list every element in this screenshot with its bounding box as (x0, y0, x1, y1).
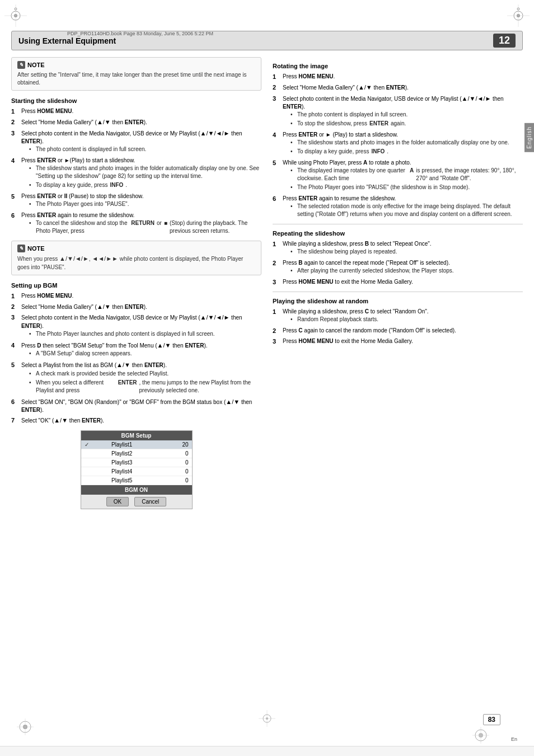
playlist-name-3: Playlist3 (108, 458, 175, 467)
playlist-row-4: Playlist4 0 (81, 467, 192, 476)
bgm-buttons: OK Cancel (81, 495, 192, 509)
note-icon-1: ✎ (17, 61, 25, 69)
corner-decoration-tl (4, 4, 27, 28)
file-info: PDP_PRO1140HD.book Page 83 Monday, June … (67, 31, 213, 36)
bgm-cancel-button[interactable]: Cancel (134, 497, 166, 506)
page-title: Using External Equipment (18, 36, 116, 45)
rot-step-5: 5 While using Photo Player, press A to r… (273, 159, 523, 192)
playlist-count-1: 20 (175, 440, 192, 449)
playlist-count-5: 0 (175, 476, 192, 485)
note-text-2: When you press ▲/▼/◄/►, ◄◄/►► while phot… (17, 255, 255, 271)
bullet: A "BGM Setup" dialog screen appears. (29, 350, 261, 358)
note-icon-2: ✎ (17, 245, 25, 252)
bottom-strip (0, 746, 534, 756)
step-4: 4 Press ENTER or ►(Play) to start a slid… (11, 157, 261, 190)
note-box-1: ✎ NOTE After setting the "Interval" time… (11, 57, 261, 91)
playlist-count-2: 0 (175, 449, 192, 458)
bullet: To cancel the slideshow and stop the Pho… (29, 219, 261, 235)
bgm-step-3: 3 Select photo content in the Media Navi… (11, 313, 261, 339)
rand-step-2: 2 Press C again to cancel the random mod… (273, 327, 523, 335)
playlist-check-2 (81, 449, 109, 458)
bullet: The slideshow starts and photo images in… (29, 165, 261, 180)
repeating-steps: 1 While playing a slideshow, press B to … (273, 240, 523, 287)
language-label: English (524, 123, 534, 152)
divider-1 (273, 224, 523, 224)
bullet: The Photo Player goes into "PAUSE" (the … (291, 184, 523, 191)
bottom-center-decoration (259, 710, 275, 728)
playlist-check-4 (81, 467, 109, 476)
bgm-steps: 1 Press HOME MENU. 2 Select "Home Media … (11, 292, 261, 425)
rep-step-1: 1 While playing a slideshow, press B to … (273, 240, 523, 257)
bgm-status-row: BGM ON (81, 485, 192, 495)
bgm-playlist-table: ✓ Playlist1 20 Playlist2 0 Playlist3 0 P… (81, 440, 192, 485)
right-column: Rotating the image 1 Press HOME MENU. 2 … (273, 57, 523, 515)
page-number-sub: En (511, 736, 517, 742)
rot-step-3: 3 Select photo content in the Media Navi… (273, 95, 523, 129)
bgm-step-2: 2 Select "Home Media Gallery" (▲/▼ then … (11, 303, 261, 311)
bgm-dialog: BGM Setup ✓ Playlist1 20 Playlist2 0 Pla… (81, 430, 193, 509)
bullet: A check mark is provided beside the sele… (29, 370, 261, 378)
playlist-name-2: Playlist2 (108, 449, 175, 458)
chapter-number: 12 (493, 34, 516, 48)
rot-step-4: 4 Press ENTER or ► (Play) to start a sli… (273, 131, 523, 157)
playlist-count-3: 0 (175, 458, 192, 467)
random-steps: 1 While playing a slideshow, press C to … (273, 308, 523, 346)
bgm-step-4: 4 Press D then select "BGM Setup" from t… (11, 341, 261, 359)
playlist-check-3 (81, 458, 109, 467)
bgm-heading: Setting up BGM (11, 282, 261, 289)
bgm-step-6: 6 Select "BGM ON", "BGM ON (Random)" or … (11, 398, 261, 414)
bullet: To display a key guide, press INFO. (29, 181, 261, 189)
step-1: 1 Press HOME MENU. (11, 107, 261, 116)
bgm-step-7: 7 Select "OK" (▲/▼ then ENTER). (11, 416, 261, 425)
playlist-row-2: Playlist2 0 (81, 449, 192, 458)
note-title-2: ✎ NOTE (17, 245, 255, 252)
bullet: The photo content is displayed in full s… (291, 111, 523, 119)
slideshow-heading: Starting the slideshow (11, 97, 261, 104)
playlist-row-3: Playlist3 0 (81, 458, 192, 467)
bgm-dialog-title: BGM Setup (81, 431, 192, 440)
playlist-check-5 (81, 476, 109, 485)
step-6: 6 Press ENTER again to resume the slides… (11, 212, 261, 236)
bullet: The slideshow starts and photo images in… (291, 139, 523, 147)
bullet: When you select a different Playlist and… (29, 379, 261, 395)
playlist-name-4: Playlist4 (108, 467, 175, 476)
playlist-name-1: Playlist1 (108, 440, 175, 449)
rand-step-1: 1 While playing a slideshow, press C to … (273, 308, 523, 325)
slideshow-steps: 1 Press HOME MENU. 2 Select "Home Media … (11, 107, 261, 236)
bullet: To stop the slideshow, press ENTER again… (291, 120, 523, 128)
rot-step-2: 2 Select "Home Media Gallery" (▲/▼ then … (273, 83, 523, 92)
playlist-row-5: Playlist5 0 (81, 476, 192, 485)
page-number: 83 (483, 714, 500, 725)
rand-step-3: 3 Press HOME MENU to exit the Home Media… (273, 337, 523, 346)
playlist-row-1: ✓ Playlist1 20 (81, 440, 192, 449)
bottom-right-decoration (472, 727, 489, 745)
rotating-steps: 1 Press HOME MENU. 2 Select "Home Media … (273, 73, 523, 219)
left-column: ✎ NOTE After setting the "Interval" time… (11, 57, 261, 515)
rep-step-2: 2 Press B again to cancel the repeat mod… (273, 259, 523, 276)
bullet: The displayed image rotates by one quart… (291, 167, 523, 182)
playlist-name-5: Playlist5 (108, 476, 175, 485)
divider-2 (273, 292, 523, 292)
note-title-1: ✎ NOTE (17, 61, 255, 69)
note-box-2: ✎ NOTE When you press ▲/▼/◄/►, ◄◄/►► whi… (11, 241, 261, 275)
rot-step-1: 1 Press HOME MENU. (273, 73, 523, 81)
random-heading: Playing the slideshow at random (273, 298, 523, 304)
bullet: The Photo Player goes into "PAUSE". (29, 200, 261, 208)
bullet: Random Repeat playback starts. (291, 316, 523, 323)
playlist-check-1: ✓ (81, 440, 109, 449)
bullet: To display a key guide, press INFO. (291, 148, 523, 156)
bgm-step-5: 5 Select a Playlist from the list as BGM… (11, 361, 261, 395)
note-text-1: After setting the "Interval" time, it ma… (17, 71, 255, 87)
page-number-area: 83 En (511, 736, 517, 742)
bullet: After playing the currently selected sli… (291, 267, 523, 275)
rot-step-6: 6 Press ENTER again to resume the slides… (273, 195, 523, 219)
bgm-step-1: 1 Press HOME MENU. (11, 292, 261, 300)
bottom-left-decoration (17, 719, 34, 736)
bullet: The photo content is displayed in full s… (29, 145, 261, 153)
step-2: 2 Select "Home Media Gallery" (▲/▼ then … (11, 118, 261, 126)
bullet: The slideshow being played is repeated. (291, 248, 523, 256)
playlist-count-4: 0 (175, 467, 192, 476)
bgm-ok-button[interactable]: OK (106, 497, 129, 506)
bullet: The selected rotation mode is only effec… (291, 203, 523, 218)
rotating-heading: Rotating the image (273, 63, 523, 69)
